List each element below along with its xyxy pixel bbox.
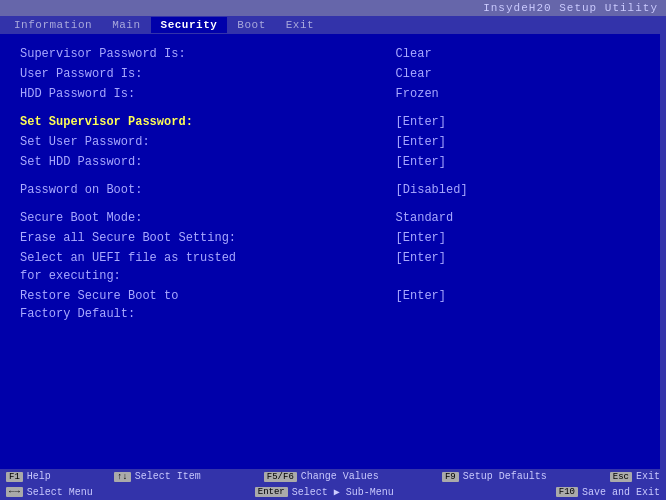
supervisor-password-label: Supervisor Password Is: [20, 45, 364, 63]
main-content: Supervisor Password Is: Clear User Passw… [0, 34, 666, 469]
uefi-file-label: Select an UEFI file as trusted for execu… [20, 249, 364, 285]
status-exit: Esc Exit [610, 471, 660, 482]
status-change-values: F5/F6 Change Values [264, 471, 379, 482]
bios-screen: InsydeH20 Setup Utility Information Main… [0, 0, 666, 500]
status-help: F1 Help [6, 471, 51, 482]
save-exit-label: Save and Exit [582, 487, 660, 498]
help-label: Help [27, 471, 51, 482]
status-select-menu: ←→ Select Menu [6, 486, 93, 498]
right-scrollbar [660, 34, 666, 469]
nav-information[interactable]: Information [4, 17, 102, 33]
set-user-password-label: Set User Password: [20, 133, 364, 151]
status-save-exit: F10 Save and Exit [556, 486, 660, 498]
f5f6-key: F5/F6 [264, 472, 297, 482]
updown-key: ↑↓ [114, 472, 131, 482]
restore-secure-boot-row[interactable]: Restore Secure Boot to Factory Default: … [20, 286, 646, 324]
select-menu-label: Select Menu [27, 487, 93, 498]
password-on-boot-value: [Disabled] [396, 181, 646, 199]
setup-defaults-label: Setup Defaults [463, 471, 547, 482]
set-hdd-password-value: [Enter] [396, 153, 646, 171]
set-supervisor-password-row[interactable]: Set Supervisor Password: [Enter] [20, 112, 646, 132]
nav-boot[interactable]: Boot [227, 17, 275, 33]
title-bar: InsydeH20 Setup Utility [0, 0, 666, 16]
hdd-password-row: HDD Password Is: Frozen [20, 84, 646, 104]
secure-boot-mode-value: Standard [396, 209, 646, 227]
status-bar-2: ←→ Select Menu Enter Select ▶ Sub-Menu F… [0, 484, 666, 500]
hdd-password-value: Frozen [396, 85, 646, 103]
settings-table: Supervisor Password Is: Clear User Passw… [20, 44, 646, 324]
select-item-label: Select Item [135, 471, 201, 482]
nav-bar[interactable]: Information Main Security Boot Exit [0, 16, 666, 34]
change-values-label: Change Values [301, 471, 379, 482]
esc-key: Esc [610, 472, 632, 482]
restore-secure-boot-label: Restore Secure Boot to Factory Default: [20, 287, 364, 323]
erase-secure-boot-value: [Enter] [396, 229, 646, 247]
password-on-boot-row[interactable]: Password on Boot: [Disabled] [20, 180, 646, 200]
uefi-file-row[interactable]: Select an UEFI file as trusted for execu… [20, 248, 646, 286]
secure-boot-mode-label: Secure Boot Mode: [20, 209, 364, 227]
status-setup-defaults: F9 Setup Defaults [442, 471, 547, 482]
title-text: InsydeH20 Setup Utility [483, 2, 658, 14]
nav-exit[interactable]: Exit [276, 17, 324, 33]
set-hdd-password-label: Set HDD Password: [20, 153, 364, 171]
erase-secure-boot-label: Erase all Secure Boot Setting: [20, 229, 364, 247]
set-hdd-password-row[interactable]: Set HDD Password: [Enter] [20, 152, 646, 172]
password-on-boot-label: Password on Boot: [20, 181, 364, 199]
f1-key: F1 [6, 472, 23, 482]
restore-secure-boot-value: [Enter] [396, 287, 646, 305]
user-password-row: User Password Is: Clear [20, 64, 646, 84]
user-password-value: Clear [396, 65, 646, 83]
enter-key: Enter [255, 487, 288, 497]
exit-label: Exit [636, 471, 660, 482]
set-user-password-row[interactable]: Set User Password: [Enter] [20, 132, 646, 152]
f9-key: F9 [442, 472, 459, 482]
set-supervisor-password-label: Set Supervisor Password: [20, 113, 364, 131]
nav-security[interactable]: Security [151, 17, 228, 33]
secure-boot-mode-row[interactable]: Secure Boot Mode: Standard [20, 208, 646, 228]
status-enter: Enter Select ▶ Sub-Menu [255, 486, 394, 498]
supervisor-password-value: Clear [396, 45, 646, 63]
status-bar: F1 Help ↑↓ Select Item F5/F6 Change Valu… [0, 469, 666, 484]
set-supervisor-password-value: [Enter] [396, 113, 646, 131]
erase-secure-boot-row[interactable]: Erase all Secure Boot Setting: [Enter] [20, 228, 646, 248]
leftright-key: ←→ [6, 487, 23, 497]
status-select-item: ↑↓ Select Item [114, 471, 201, 482]
hdd-password-label: HDD Password Is: [20, 85, 364, 103]
nav-main[interactable]: Main [102, 17, 150, 33]
set-user-password-value: [Enter] [396, 133, 646, 151]
supervisor-password-row: Supervisor Password Is: Clear [20, 44, 646, 64]
enter-label: Select ▶ Sub-Menu [292, 486, 394, 498]
f10-key: F10 [556, 487, 578, 497]
uefi-file-value: [Enter] [396, 249, 646, 267]
user-password-label: User Password Is: [20, 65, 364, 83]
